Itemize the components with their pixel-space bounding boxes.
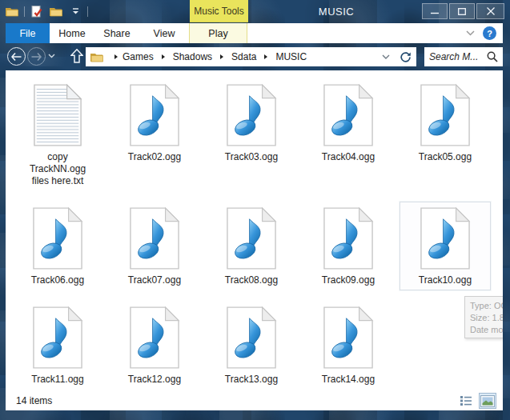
text-file-icon: [32, 83, 83, 147]
breadcrumb-arrow-icon: [264, 54, 267, 59]
window-controls: [422, 3, 504, 19]
quick-access-toolbar: [5, 3, 88, 19]
file-tile[interactable]: Track02.ogg: [109, 78, 200, 167]
breadcrumb-segment[interactable]: Sdata: [231, 51, 256, 62]
file-tile[interactable]: Track05.ogg: [400, 78, 491, 167]
music-file-icon: [129, 83, 180, 147]
folder-icon: [90, 52, 103, 62]
explorer-window: Music Tools MUSIC File Home Share View P…: [0, 0, 510, 420]
up-one-level-button[interactable]: [70, 49, 83, 63]
music-file-icon: [420, 83, 471, 147]
file-name: Track04.ogg: [322, 151, 375, 163]
file-tile[interactable]: Track11.ogg: [12, 301, 103, 390]
breadcrumb-arrow-icon: [162, 54, 165, 59]
file-tile[interactable]: Track09.ogg: [303, 202, 394, 290]
details-view-button[interactable]: [457, 393, 475, 409]
qat-separator: [87, 6, 88, 17]
music-file-icon: [129, 206, 180, 270]
file-name: Track14.ogg: [322, 374, 375, 386]
help-icon[interactable]: ?: [483, 26, 496, 40]
file-name: Track05.ogg: [419, 151, 472, 163]
file-name: Track07.ogg: [128, 274, 181, 286]
file-tile[interactable]: Track04.ogg: [303, 78, 394, 167]
music-file-icon: [323, 83, 374, 147]
properties-button[interactable]: [30, 4, 44, 18]
minimize-button[interactable]: [422, 3, 448, 19]
breadcrumb-segment[interactable]: Shadows: [173, 51, 212, 62]
file-tile[interactable]: Track06.ogg: [12, 202, 103, 290]
file-tile[interactable]: Track03.ogg: [206, 78, 297, 167]
music-file-icon: [323, 306, 374, 370]
file-name: Track12.ogg: [128, 374, 181, 386]
address-bar[interactable]: Games Shadows Sdata MUSIC: [86, 47, 416, 66]
file-list-area: copy TrackNN.ogg files here.txt Track02.…: [6, 70, 503, 410]
tab-play[interactable]: Play: [189, 23, 247, 43]
file-name: copy TrackNN.ogg files here.txt: [20, 151, 95, 187]
forward-button[interactable]: [27, 47, 46, 66]
music-file-icon: [226, 206, 277, 270]
music-file-icon: [32, 206, 83, 270]
navigation-bar: Games Shadows Sdata MUSIC: [0, 43, 510, 70]
maximize-button[interactable]: [449, 3, 475, 19]
file-name: Track08.ogg: [225, 274, 278, 286]
qat-separator: [24, 6, 25, 17]
file-tile[interactable]: Track07.ogg: [109, 202, 200, 290]
file-name: Track06.ogg: [31, 274, 84, 286]
search-input[interactable]: [429, 51, 487, 62]
breadcrumb-arrow-icon: [114, 54, 118, 59]
breadcrumb-arrow-icon: [220, 54, 223, 59]
tooltip-line: Date mo: [470, 324, 503, 336]
window-title: MUSIC: [248, 0, 424, 22]
file-info-tooltip: Type: OG Size: 1.86 Date mo: [464, 296, 503, 338]
file-tile[interactable]: Track14.ogg: [303, 301, 394, 390]
music-file-icon: [32, 306, 83, 370]
file-name: Track02.ogg: [128, 151, 181, 163]
tooltip-line: Size: 1.86: [470, 312, 503, 324]
file-tile[interactable]: Track12.ogg: [109, 301, 200, 390]
music-file-icon: [420, 206, 471, 270]
search-icon[interactable]: [487, 51, 498, 62]
title-bar: Music Tools MUSIC: [0, 0, 510, 22]
file-tile[interactable]: Track08.ogg: [206, 202, 297, 290]
music-file-icon: [129, 306, 180, 370]
music-file-icon: [226, 83, 277, 147]
tab-view[interactable]: View: [139, 23, 189, 43]
music-file-icon: [323, 206, 374, 270]
file-grid: copy TrackNN.ogg files here.txt Track02.…: [6, 70, 496, 390]
file-name: Track03.ogg: [225, 151, 278, 163]
breadcrumb-segment[interactable]: MUSIC: [275, 51, 307, 62]
music-tools-contextual-tab[interactable]: Music Tools: [190, 0, 248, 22]
new-folder-button[interactable]: [49, 4, 63, 18]
refresh-icon[interactable]: [400, 51, 412, 63]
tab-home[interactable]: Home: [50, 23, 94, 43]
file-name: Track09.ogg: [322, 274, 375, 286]
explorer-app-icon[interactable]: [5, 4, 19, 18]
recent-locations-chevron-icon[interactable]: [48, 54, 55, 58]
file-tile[interactable]: copy TrackNN.ogg files here.txt: [12, 78, 103, 191]
item-count: 14 items: [16, 395, 52, 406]
tab-file[interactable]: File: [6, 23, 50, 43]
breadcrumb-segment[interactable]: Games: [122, 51, 154, 62]
file-name: Track11.ogg: [31, 374, 83, 386]
thumbnail-view-button[interactable]: [479, 393, 496, 409]
ribbon-tab-row: File Home Share View Play ?: [6, 23, 503, 43]
file-name: Track13.ogg: [225, 374, 278, 386]
search-box[interactable]: [424, 47, 503, 66]
file-name: Track10.ogg: [419, 274, 472, 286]
tab-share[interactable]: Share: [94, 23, 139, 43]
status-bar: 14 items: [6, 391, 503, 410]
file-tile[interactable]: Track13.ogg: [206, 301, 297, 390]
close-button[interactable]: [476, 3, 504, 19]
customize-qat-dropdown-icon[interactable]: [68, 4, 82, 18]
expand-ribbon-chevron-icon[interactable]: [466, 30, 475, 36]
file-tile-selected[interactable]: Track10.ogg: [400, 202, 491, 290]
address-dropdown-chevron-icon[interactable]: [382, 54, 390, 59]
back-button[interactable]: [7, 47, 26, 66]
tooltip-line: Type: OG: [470, 300, 503, 312]
music-file-icon: [226, 306, 277, 370]
